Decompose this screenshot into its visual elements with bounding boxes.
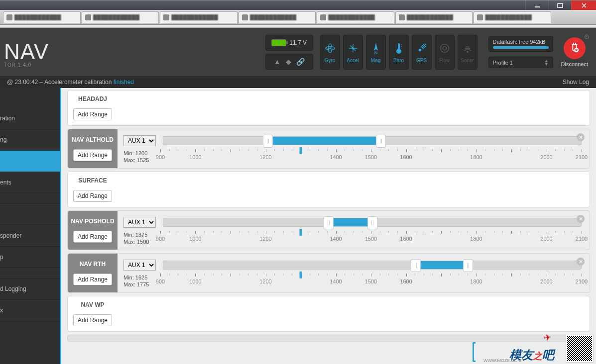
sensor-flow[interactable]: Flow — [435, 35, 455, 70]
svg-point-10 — [440, 44, 449, 53]
sensor-accel[interactable]: Accel — [343, 35, 363, 70]
svg-rect-1 — [558, 3, 563, 7]
battery-voltage: 11.7 V — [289, 39, 307, 46]
delete-range-button[interactable]: ✕ — [577, 215, 585, 223]
app-title: NAV — [4, 39, 49, 64]
status-message: @ 23:00:42 – Accelerometer calibration f… — [7, 79, 134, 86]
aux-select[interactable]: AUX 1 — [123, 135, 156, 146]
svg-point-4 — [329, 47, 331, 49]
channel-marker — [299, 229, 302, 236]
watermark-url: WWW.MOZ8.COM — [483, 358, 521, 363]
browser-tab[interactable]: ████████████ — [160, 11, 238, 23]
range-minmax: Min: 1625Max: 1775 — [123, 274, 153, 288]
sensor-mag[interactable]: NMag — [366, 35, 386, 70]
collapsed-block — [67, 335, 590, 342]
dataflash-indicator[interactable]: Dataflash: free 942kB — [488, 36, 553, 52]
browser-tab-strip: ████████████ ████████████ ████████████ █… — [0, 10, 596, 25]
scale-ruler: 90010001200140015001600180020002100 — [160, 149, 582, 164]
slider-handle-min[interactable] — [324, 216, 334, 229]
aux-select[interactable]: AUX 1 — [123, 260, 156, 271]
range-minmax: Min: 1375Max: 1500 — [123, 231, 153, 246]
add-range-button[interactable]: Add Range — [73, 108, 112, 120]
mode-name: HEADADJ — [78, 95, 107, 102]
mode-name: NAV WP — [81, 301, 104, 308]
browser-tab[interactable]: ████████████ — [3, 11, 81, 23]
gps-icon — [416, 41, 428, 56]
sensor-gps[interactable]: GPS — [412, 35, 432, 70]
mode-block-nav-althold: NAV ALTHOLDAdd RangeAUX 1Min: 1200Max: 1… — [67, 129, 590, 169]
warning-icon: ▲ — [274, 58, 281, 66]
add-range-button[interactable]: Add Range — [73, 314, 112, 326]
qr-code — [566, 335, 593, 362]
add-range-button[interactable]: Add Range — [73, 149, 112, 161]
aux-select[interactable]: AUX 1 — [123, 217, 156, 228]
svg-text:N: N — [374, 50, 377, 55]
slider-handle-max[interactable] — [463, 259, 473, 272]
svg-point-5 — [352, 47, 354, 49]
watermark-bracket — [473, 342, 476, 362]
browser-tab[interactable]: ████████████ — [238, 11, 316, 23]
svg-point-9 — [418, 49, 421, 52]
mode-block-nav-wp: NAV WPAdd Range — [67, 296, 590, 332]
settings-gear-icon[interactable]: ⚙ — [584, 33, 590, 41]
gyro-icon — [324, 41, 336, 56]
sidebar-item-4[interactable] — [0, 203, 60, 225]
slider-handle-max[interactable] — [367, 216, 377, 229]
mode-name: NAV POSHOLD — [71, 218, 114, 225]
browser-tab[interactable]: ████████████ — [474, 11, 551, 23]
profile-select[interactable]: Profile 1 ▲▼ — [488, 57, 553, 68]
slider-handle-min[interactable] — [411, 259, 421, 272]
sidebar-item-6[interactable]: p — [0, 247, 60, 268]
delete-range-button[interactable]: ✕ — [577, 133, 585, 141]
sidebar-item-7[interactable]: d Logging — [0, 278, 60, 300]
accel-icon — [347, 41, 359, 56]
sidebar-item-8[interactable]: x — [0, 300, 60, 321]
window-close-button[interactable] — [571, 0, 596, 10]
mode-name: NAV ALTHOLD — [72, 136, 114, 143]
window-minimize-button[interactable] — [525, 0, 548, 10]
scale-ruler: 90010001200140015001600180020002100 — [160, 231, 582, 246]
svg-point-11 — [443, 46, 446, 50]
sidebar-item-1[interactable]: ng — [0, 129, 60, 151]
add-range-button[interactable]: Add Range — [73, 190, 112, 202]
range-slider[interactable] — [163, 218, 582, 227]
disconnect-label: Disconnect — [561, 61, 588, 67]
browser-tab[interactable]: ████████████ — [317, 11, 394, 23]
flow-icon — [439, 41, 451, 56]
channel-marker — [299, 272, 302, 278]
mag-icon: N — [370, 41, 382, 56]
browser-tab[interactable]: ████████████ — [395, 11, 473, 23]
mode-block-headadj: HEADADJAdd Range — [67, 90, 590, 126]
sensor-sonar[interactable]: Sonar — [458, 35, 477, 70]
channel-marker — [299, 147, 302, 154]
add-range-button[interactable]: Add Range — [73, 273, 112, 285]
disconnect-button[interactable] — [564, 37, 586, 59]
sidebar-item-2[interactable] — [0, 151, 60, 172]
sonar-icon — [462, 41, 474, 56]
mode-name: NAV RTH — [80, 261, 106, 268]
slider-handle-max[interactable] — [376, 135, 386, 148]
delete-range-button[interactable]: ✕ — [577, 258, 585, 266]
sidebar-item-5[interactable]: sponder — [0, 225, 60, 247]
sidebar-item-3[interactable]: ents — [0, 172, 60, 193]
sensor-gyro[interactable]: Gyro — [320, 35, 340, 70]
scale-ruler: 90010001200140015001600180020002100 — [160, 273, 582, 288]
browser-tab[interactable]: ████████████ — [82, 11, 159, 23]
sidebar-item-0[interactable]: ration — [0, 108, 60, 129]
svg-rect-8 — [398, 43, 400, 50]
range-slider[interactable] — [163, 136, 582, 145]
battery-indicator: 11.7 V — [265, 35, 313, 51]
show-log-link[interactable]: Show Log — [563, 79, 589, 86]
mode-block-nav-rth: NAV RTHAdd RangeAUX 1Min: 1625Max: 17759… — [67, 253, 590, 293]
mode-block-nav-poshold: NAV POSHOLDAdd RangeAUX 1Min: 1375Max: 1… — [67, 210, 590, 250]
add-range-button[interactable]: Add Range — [73, 231, 112, 243]
range-slider[interactable] — [163, 261, 582, 270]
window-maximize-button[interactable] — [548, 0, 571, 10]
sensor-baro[interactable]: Baro — [389, 35, 409, 70]
diamond-icon: ◆ — [286, 58, 291, 66]
mode-block-surface: SURFACEAdd Range — [67, 172, 590, 207]
svg-rect-0 — [535, 6, 540, 7]
mode-name: SURFACE — [78, 177, 107, 184]
svg-point-12 — [467, 51, 469, 53]
slider-handle-min[interactable] — [263, 135, 273, 148]
